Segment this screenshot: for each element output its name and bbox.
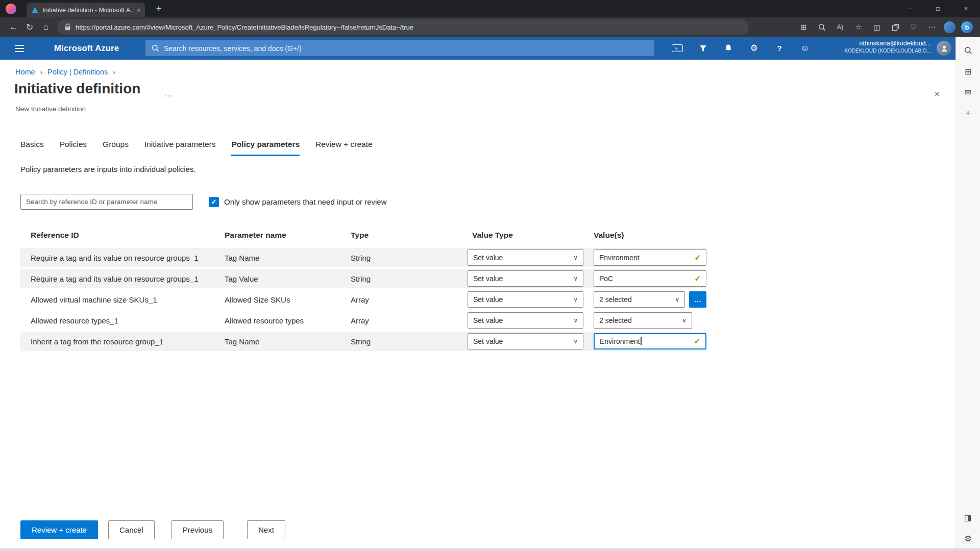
- azure-brand[interactable]: Microsoft Azure: [54, 37, 119, 60]
- sidebar-apps-icon[interactable]: ⊞: [962, 65, 975, 78]
- title-context-menu-icon[interactable]: ···: [164, 91, 174, 99]
- chevron-down-icon: ∨: [573, 296, 578, 303]
- cloud-shell-icon[interactable]: >_: [665, 37, 690, 60]
- review-create-button[interactable]: Review + create: [20, 520, 98, 539]
- cell-parameter-name: Allowed Size SKUs: [225, 295, 351, 304]
- table-row: Allowed virtual machine size SKUs_1 Allo…: [20, 290, 706, 309]
- copilot-icon[interactable]: b: [961, 21, 973, 33]
- next-button[interactable]: Next: [247, 520, 285, 539]
- cell-reference-id: Require a tag and its value on resource …: [20, 274, 225, 283]
- valid-check-icon: ✓: [694, 274, 701, 283]
- filter-checkbox[interactable]: ✓: [209, 197, 219, 207]
- read-aloud-icon[interactable]: A): [831, 19, 849, 35]
- tab-review-create[interactable]: Review + create: [315, 140, 373, 156]
- minimize-button[interactable]: –: [896, 0, 924, 17]
- value-input-focused[interactable]: Environment ✓: [594, 333, 706, 349]
- home-icon[interactable]: ⌂: [38, 19, 54, 35]
- account-info[interactable]: rithinskaria@kodekloud... KODEKLOUD (KOD…: [845, 40, 932, 54]
- browser-essentials-icon[interactable]: ♡: [904, 19, 923, 35]
- value-type-dropdown[interactable]: Set value ∨: [468, 270, 583, 287]
- value-type-dropdown[interactable]: Set value ∨: [468, 291, 583, 308]
- search-icon: [152, 44, 159, 52]
- value-input[interactable]: Environment ✓: [594, 249, 706, 266]
- notifications-bell-icon[interactable]: [716, 37, 741, 60]
- cell-reference-id: Allowed virtual machine size SKUs_1: [20, 295, 225, 304]
- cell-reference-id: Allowed resource types_1: [20, 316, 225, 325]
- feedback-icon[interactable]: ☺: [792, 37, 818, 60]
- lock-icon: [64, 23, 71, 31]
- tab-initiative-parameters[interactable]: Initiative parameters: [144, 140, 216, 156]
- hamburger-menu-icon[interactable]: [8, 37, 31, 60]
- header-reference-id: Reference ID: [20, 231, 225, 240]
- breadcrumb-home-link[interactable]: Home: [15, 68, 35, 76]
- cell-type: Array: [351, 316, 468, 325]
- azure-header-icons: >_ ⚙ ? ☺: [665, 37, 818, 60]
- azure-header: Microsoft Azure >_ ⚙ ? ☺ rithinskaria@ko…: [0, 37, 955, 60]
- sidebar-panel-icon[interactable]: ◨: [962, 511, 975, 524]
- tab-close-icon[interactable]: ×: [137, 7, 140, 13]
- refresh-icon[interactable]: ↻: [21, 19, 38, 35]
- new-tab-button[interactable]: +: [152, 2, 165, 15]
- chevron-down-icon: ∨: [573, 338, 578, 345]
- value-type-dropdown[interactable]: Set value ∨: [468, 333, 583, 349]
- toolbar-icons: ⊞ A) ☆ ◫ ♡ ⋯ b: [794, 19, 976, 35]
- value-input[interactable]: PoC ✓: [594, 270, 706, 287]
- back-icon[interactable]: ←: [5, 19, 21, 35]
- browser-tab-strip: Initiative definition - Microsoft A... ×…: [0, 0, 980, 17]
- cell-values: PoC ✓: [591, 270, 706, 287]
- directory-filter-icon[interactable]: [690, 37, 716, 60]
- parameters-table: Require a tag and its value on resource …: [20, 248, 706, 353]
- browser-toolbar: ← ↻ ⌂ https://portal.azure.com/#view/Mic…: [0, 17, 980, 37]
- value-type-dropdown[interactable]: Set value ∨: [468, 312, 583, 329]
- azure-favicon-icon: [31, 6, 39, 14]
- parameter-search-input[interactable]: [26, 198, 187, 206]
- azure-search-box: [145, 40, 654, 56]
- sidebar-add-icon[interactable]: +: [962, 107, 975, 120]
- tab-policy-parameters[interactable]: Policy parameters: [231, 140, 300, 156]
- edge-profile-avatar[interactable]: [944, 21, 955, 33]
- breadcrumb: Home › Policy | Definitions ›: [15, 68, 115, 76]
- browser-profile-avatar[interactable]: [6, 4, 16, 14]
- cell-type: String: [351, 274, 468, 283]
- values-dropdown[interactable]: 2 selected ∨: [594, 291, 685, 308]
- values-dropdown[interactable]: 2 selected ∨: [594, 312, 692, 329]
- close-button[interactable]: ×: [952, 0, 980, 17]
- blade-close-icon[interactable]: ×: [934, 89, 940, 99]
- header-parameter-name: Parameter name: [225, 231, 351, 240]
- settings-gear-icon[interactable]: ⚙: [741, 37, 767, 60]
- valid-check-icon: ✓: [694, 253, 701, 262]
- breadcrumb-policy-definitions-link[interactable]: Policy | Definitions: [47, 68, 108, 76]
- previous-button[interactable]: Previous: [172, 520, 224, 539]
- pivot-tabs: Basics Policies Groups Initiative parame…: [20, 140, 373, 156]
- tab-groups[interactable]: Groups: [103, 140, 129, 156]
- sidebar-search-icon[interactable]: [962, 44, 975, 57]
- check-icon: ✓: [211, 198, 217, 206]
- account-avatar[interactable]: [937, 41, 951, 56]
- sidebar-mail-icon[interactable]: ✉: [962, 86, 975, 99]
- browser-tab-active[interactable]: Initiative definition - Microsoft A... ×: [27, 3, 145, 17]
- cell-parameter-name: Tag Name: [225, 337, 351, 346]
- cell-values: 2 selected ∨: [591, 312, 706, 329]
- cell-parameter-name: Tag Value: [225, 274, 351, 283]
- cancel-button[interactable]: Cancel: [108, 520, 155, 539]
- collections-icon[interactable]: [886, 19, 904, 35]
- extensions-icon[interactable]: ⊞: [794, 19, 813, 35]
- azure-search-input[interactable]: [164, 44, 648, 53]
- tab-policies[interactable]: Policies: [60, 140, 87, 156]
- help-icon[interactable]: ?: [767, 37, 792, 60]
- add-favorite-icon[interactable]: ☆: [849, 19, 868, 35]
- window-controls: – □ ×: [896, 0, 980, 17]
- browser-more-icon[interactable]: ⋯: [923, 19, 941, 35]
- sidebar-settings-icon[interactable]: ⚙: [962, 532, 975, 545]
- zoom-icon[interactable]: [813, 19, 831, 35]
- address-bar[interactable]: https://portal.azure.com/#view/Microsoft…: [57, 19, 749, 35]
- tab-title: Initiative definition - Microsoft A...: [42, 7, 134, 14]
- cell-type: String: [351, 254, 468, 262]
- restore-button[interactable]: □: [924, 0, 952, 17]
- chevron-down-icon: ∨: [573, 317, 578, 324]
- values-more-button[interactable]: ...: [689, 291, 706, 308]
- split-screen-icon[interactable]: ◫: [868, 19, 886, 35]
- value-type-dropdown[interactable]: Set value ∨: [468, 249, 583, 266]
- valid-check-icon: ✓: [694, 337, 700, 346]
- tab-basics[interactable]: Basics: [20, 140, 44, 156]
